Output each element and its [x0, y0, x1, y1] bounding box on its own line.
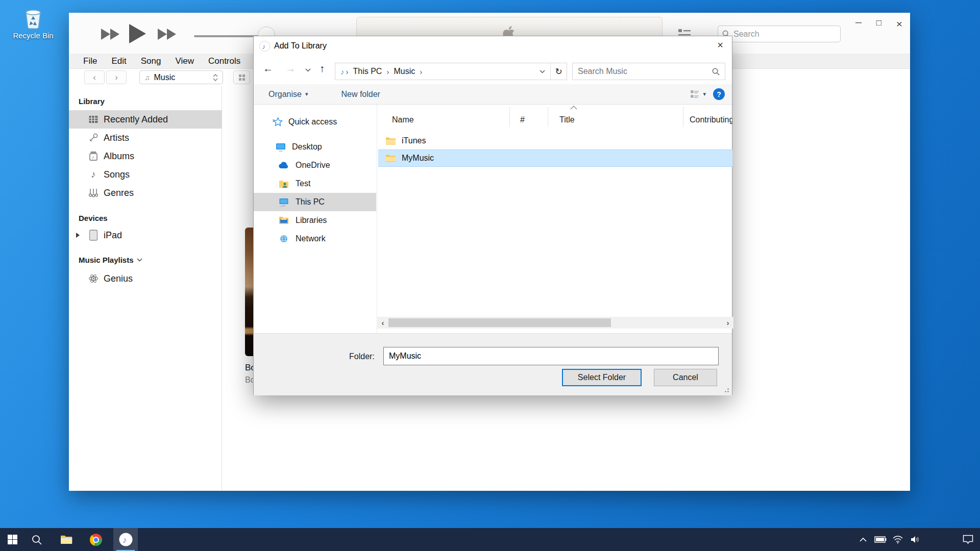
view-grid-button[interactable] — [233, 70, 250, 84]
minimize-button[interactable]: ─ — [852, 18, 865, 30]
organise-button[interactable]: Organise▾ — [268, 90, 308, 99]
album-icon: ♪ — [87, 152, 100, 161]
sidebar-item-genius[interactable]: Genius — [69, 269, 222, 288]
quick-access-star-icon — [272, 117, 283, 127]
cancel-button[interactable]: Cancel — [654, 369, 717, 386]
user-folder-icon — [278, 180, 289, 188]
dialog-titlebar[interactable]: ♪ Add To Library × — [254, 36, 732, 56]
tray-battery[interactable] — [872, 528, 889, 551]
maximize-button[interactable]: □ — [872, 18, 886, 30]
scroll-right-icon[interactable]: › — [722, 318, 733, 327]
help-button[interactable]: ? — [713, 88, 725, 100]
history-chevron-icon[interactable] — [305, 68, 311, 72]
resize-grip[interactable] — [723, 387, 729, 393]
onedrive-cloud-icon — [278, 162, 289, 169]
start-button[interactable] — [0, 528, 24, 551]
place-onedrive[interactable]: OneDrive — [254, 156, 376, 174]
scroll-left-icon[interactable]: ‹ — [377, 318, 388, 327]
forward-button[interactable]: → — [285, 63, 296, 74]
volume-slider-track[interactable] — [194, 35, 262, 37]
close-button[interactable]: × — [893, 18, 906, 30]
taskbar-search-button[interactable] — [24, 528, 49, 551]
sidebar-devices-header: Devices — [79, 214, 108, 222]
horizontal-scrollbar[interactable]: ‹ › — [377, 317, 733, 329]
place-libraries[interactable]: Libraries — [254, 211, 376, 230]
speaker-icon — [911, 536, 920, 543]
recycle-bin-shortcut[interactable]: Recycle Bin — [11, 6, 55, 40]
place-network[interactable]: Network — [254, 230, 376, 248]
tray-show-hidden-icons[interactable] — [854, 528, 872, 551]
breadcrumb-music[interactable]: Music — [390, 67, 418, 76]
dialog-search-box[interactable] — [572, 63, 725, 80]
place-quick-access[interactable]: Quick access — [254, 113, 376, 131]
place-this-pc[interactable]: This PC — [254, 193, 376, 211]
scrollbar-thumb[interactable] — [388, 318, 611, 327]
sidebar-item-albums[interactable]: ♪ Albums — [69, 147, 222, 165]
taskbar-itunes[interactable]: ♪ — [113, 528, 138, 551]
back-button[interactable]: ← — [263, 63, 273, 74]
media-kind-dropdown[interactable]: ♫ Music — [139, 70, 223, 84]
folder-icon — [385, 154, 396, 162]
music-note-icon: ♫ — [144, 73, 150, 82]
sidebar-item-artists[interactable]: Artists — [69, 129, 222, 147]
menu-edit[interactable]: Edit — [104, 54, 133, 69]
taskbar-chrome[interactable] — [84, 528, 108, 551]
svg-text:♪: ♪ — [262, 42, 265, 50]
address-dropdown-icon[interactable] — [540, 70, 545, 73]
itunes-search-box[interactable] — [718, 26, 841, 42]
tray-network[interactable] — [889, 528, 906, 551]
expand-caret-icon[interactable] — [76, 233, 80, 238]
dialog-nav-row: ← → ↑ ♪ › This PC › Music › ↻ — [254, 56, 732, 84]
dropdown-arrow-icon: ▾ — [703, 91, 706, 97]
column-name[interactable]: Name — [392, 115, 414, 124]
column-contributing-artists[interactable]: Contributing artists — [690, 115, 732, 124]
file-explorer-icon — [60, 535, 72, 544]
place-desktop[interactable]: Desktop — [254, 138, 376, 156]
column-title[interactable]: Title — [559, 115, 575, 124]
address-bar[interactable]: ♪ › This PC › Music › ↻ — [335, 63, 567, 80]
dialog-search-input[interactable] — [578, 67, 712, 76]
action-center-button[interactable] — [955, 528, 980, 551]
itunes-forward-button[interactable]: › — [106, 70, 127, 84]
column-number[interactable]: # — [520, 115, 525, 124]
recycle-bin-icon — [22, 6, 44, 30]
breadcrumb-this-pc[interactable]: This PC — [350, 67, 385, 76]
menu-song[interactable]: Song — [134, 54, 168, 69]
windows-logo-icon — [8, 535, 17, 544]
this-pc-icon — [278, 198, 289, 207]
sidebar-item-songs[interactable]: ♪ Songs — [69, 165, 222, 184]
desktop-icon — [275, 143, 286, 152]
taskbar-file-explorer[interactable] — [54, 528, 79, 551]
menu-file[interactable]: File — [76, 54, 104, 69]
ipad-icon — [87, 230, 100, 241]
dialog-close-button[interactable]: × — [708, 36, 732, 54]
itunes-back-button[interactable]: ‹ — [84, 70, 105, 84]
grid-icon — [87, 115, 100, 123]
updown-chevrons-icon — [213, 73, 218, 82]
file-row-itunes[interactable]: iTunes — [378, 132, 732, 149]
fast-forward-button[interactable] — [157, 29, 177, 40]
view-mode-button[interactable]: ▾ — [691, 90, 706, 98]
play-button[interactable] — [129, 24, 146, 43]
select-folder-button[interactable]: Select Folder — [562, 369, 642, 386]
up-button[interactable]: ↑ — [320, 63, 325, 74]
sidebar-item-genres[interactable]: Genres — [69, 184, 222, 202]
file-row-mymusic[interactable]: MyMusic — [378, 149, 732, 167]
folder-name-input[interactable] — [383, 347, 719, 365]
search-icon — [712, 68, 720, 76]
itunes-search-input[interactable] — [733, 30, 820, 39]
rewind-button[interactable] — [101, 29, 120, 40]
refresh-button[interactable]: ↻ — [550, 63, 567, 80]
libraries-icon — [278, 216, 289, 224]
sidebar-item-recently-added[interactable]: Recently Added — [69, 110, 222, 129]
menu-controls[interactable]: Controls — [201, 54, 248, 69]
tray-volume[interactable] — [906, 528, 924, 551]
new-folder-button[interactable]: New folder — [341, 90, 380, 99]
sort-ascending-icon — [570, 106, 577, 110]
search-icon — [32, 535, 42, 545]
taskbar: ♪ — [0, 528, 980, 551]
place-test-user[interactable]: Test — [254, 174, 376, 193]
sidebar-playlists-header[interactable]: Music Playlists — [79, 256, 142, 264]
menu-view[interactable]: View — [168, 54, 201, 69]
sidebar-item-ipad[interactable]: iPad — [69, 226, 222, 244]
